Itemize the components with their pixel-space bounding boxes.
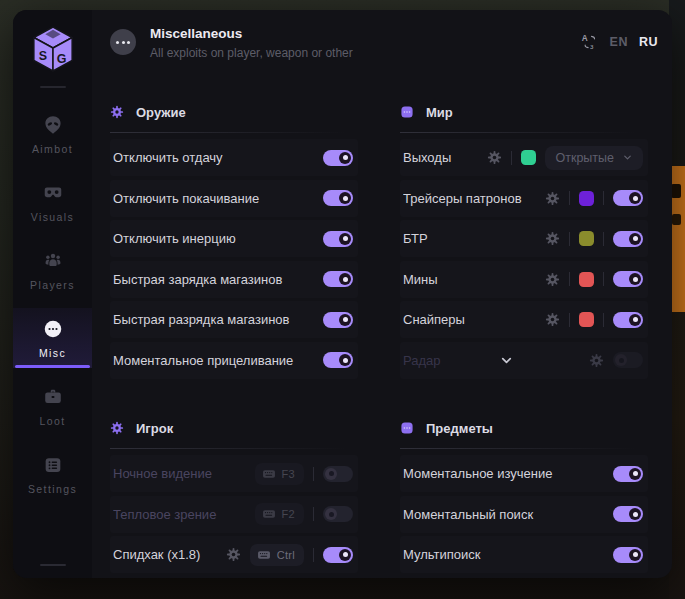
- background-orange-sign: [671, 166, 685, 312]
- color-swatch[interactable]: [579, 231, 594, 246]
- feature-row: Мультипоиск: [400, 536, 648, 573]
- players-group-icon: [42, 250, 64, 272]
- translate-icon: A з: [581, 33, 599, 51]
- color-swatch[interactable]: [579, 191, 594, 206]
- hotkey-badge[interactable]: Ctrl: [250, 544, 304, 566]
- section-weapon-header: Оружие: [110, 100, 358, 124]
- sidebar-item-label: Players: [30, 279, 75, 291]
- page-title: Miscellaneous: [150, 26, 353, 41]
- hotkey-label: Ctrl: [277, 549, 295, 561]
- gear-icon[interactable]: [487, 150, 502, 165]
- svg-text:S: S: [38, 49, 46, 63]
- hotkey-label: F2: [282, 508, 295, 520]
- feature-label: Моментальный поиск: [403, 507, 613, 522]
- sidebar-item-label: Visuals: [31, 211, 74, 223]
- toggle[interactable]: [613, 312, 643, 328]
- section-title: Оружие: [136, 105, 186, 120]
- feature-row: Ночное видение F3: [110, 455, 358, 492]
- feature-label: БТР: [403, 231, 545, 246]
- toggle[interactable]: [613, 547, 643, 563]
- app-logo-icon: S G: [30, 24, 76, 74]
- feature-row: Отключить покачивание: [110, 180, 358, 217]
- section-world: Мир Выходы Открытые: [400, 100, 648, 382]
- gear-icon[interactable]: [226, 547, 241, 562]
- feature-row-radar: Радар: [400, 342, 648, 379]
- dots-square-icon: [400, 105, 414, 119]
- feature-row: Моментальный поиск: [400, 496, 648, 533]
- sidebar-item-aimbot[interactable]: Aimbot: [13, 104, 92, 164]
- page-header-titles: Miscellaneous All exploits on player, we…: [150, 26, 353, 60]
- feature-label: Отключить отдачу: [113, 150, 323, 165]
- gear-icon: [110, 421, 124, 435]
- ellipsis-circle-icon: [42, 318, 64, 340]
- color-swatch[interactable]: [579, 272, 594, 287]
- cheat-menu-window: S G Aimbot Visuals: [13, 10, 672, 578]
- hotkey-badge[interactable]: F3: [255, 463, 304, 485]
- toggle[interactable]: [613, 466, 643, 482]
- gear-icon[interactable]: [545, 231, 560, 246]
- toggle[interactable]: [323, 231, 353, 247]
- exits-dropdown[interactable]: Открытые: [545, 146, 643, 170]
- sidebar-item-visuals[interactable]: Visuals: [13, 172, 92, 232]
- feature-label: Моментальное изучение: [403, 466, 613, 481]
- section-title: Предметы: [426, 421, 493, 436]
- alien-icon: [42, 114, 64, 136]
- color-swatch[interactable]: [579, 312, 594, 327]
- toggle[interactable]: [613, 190, 643, 206]
- section-items: Предметы Моментальное изучение Моменталь…: [400, 416, 648, 577]
- vr-goggles-icon: [42, 182, 64, 204]
- feature-row: Выходы Открытые: [400, 139, 648, 176]
- toggle[interactable]: [323, 150, 353, 166]
- gear-icon[interactable]: [545, 312, 560, 327]
- chevron-down-icon: [622, 152, 633, 163]
- toggle[interactable]: [323, 271, 353, 287]
- toggle[interactable]: [613, 271, 643, 287]
- feature-row: Отключить отдачу: [110, 139, 358, 176]
- color-swatch[interactable]: [521, 150, 536, 165]
- screen: S G Aimbot Visuals: [0, 0, 685, 599]
- sidebar-item-label: Loot: [39, 415, 65, 427]
- sidebar-item-loot[interactable]: Loot: [13, 376, 92, 436]
- chevron-down-icon[interactable]: [499, 353, 514, 368]
- toggle[interactable]: [323, 352, 353, 368]
- svg-text:A: A: [581, 34, 587, 43]
- feature-row: Трейсеры патронов: [400, 180, 648, 217]
- feature-label: Спидхак (x1.8): [113, 547, 226, 562]
- feature-row: Тепловое зрение F2: [110, 496, 358, 533]
- sidebar-item-misc[interactable]: Misc: [13, 308, 92, 368]
- toggle[interactable]: [613, 231, 643, 247]
- sidebar-item-players[interactable]: Players: [13, 240, 92, 300]
- main-content: Miscellaneous All exploits on player, we…: [92, 10, 672, 578]
- gear-icon[interactable]: [545, 272, 560, 287]
- lang-option-ru[interactable]: RU: [639, 35, 658, 49]
- feature-label: Ночное видение: [113, 466, 255, 481]
- gear-icon[interactable]: [589, 353, 604, 368]
- feature-label: Снайперы: [403, 312, 545, 327]
- toggle[interactable]: [613, 506, 643, 522]
- feature-row: Быстрая разрядка магазинов: [110, 301, 358, 338]
- feature-label: Быстрая зарядка магазинов: [113, 272, 323, 287]
- toggle[interactable]: [323, 506, 353, 522]
- toggle[interactable]: [323, 190, 353, 206]
- feature-label: Радар: [403, 353, 441, 368]
- feature-row: Быстрая зарядка магазинов: [110, 261, 358, 298]
- toggle[interactable]: [323, 312, 353, 328]
- dots-square-icon: [400, 421, 414, 435]
- toggle[interactable]: [613, 352, 643, 368]
- sidebar-item-settings[interactable]: Settings: [13, 444, 92, 504]
- section-divider: [400, 132, 648, 133]
- feature-row: Моментальное прицеливание: [110, 342, 358, 379]
- hotkey-badge[interactable]: F2: [255, 503, 304, 525]
- lang-option-en[interactable]: EN: [610, 35, 628, 49]
- feature-row: Снайперы: [400, 301, 648, 338]
- feature-label: Отключить инерцию: [113, 231, 323, 246]
- page-ellipsis-icon: [110, 29, 136, 55]
- section-items-header: Предметы: [400, 416, 648, 440]
- feature-label: Отключить покачивание: [113, 191, 323, 206]
- feature-row: Мины: [400, 261, 648, 298]
- svg-text:G: G: [56, 52, 66, 66]
- language-switcher: A з EN RU: [581, 33, 658, 51]
- toggle[interactable]: [323, 547, 353, 563]
- toggle[interactable]: [323, 466, 353, 482]
- gear-icon[interactable]: [545, 191, 560, 206]
